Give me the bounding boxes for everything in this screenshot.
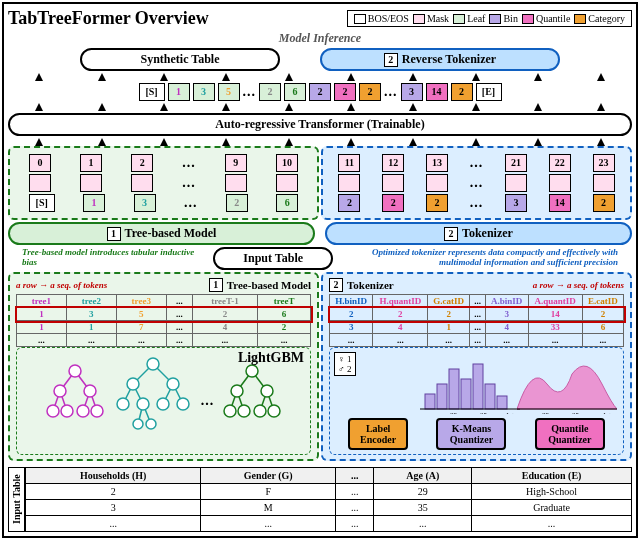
cat-token: 2	[359, 83, 381, 101]
bos-token: [S]	[29, 194, 55, 212]
quant-token: 2	[382, 194, 404, 212]
tree-model-pill: 1 Tree-based Model	[8, 222, 315, 245]
svg-rect-49	[497, 396, 507, 409]
cat-token: 2	[593, 194, 615, 212]
label-encoder-box: Label Encoder	[348, 418, 408, 450]
svg-point-6	[69, 365, 81, 377]
svg-rect-47	[473, 364, 483, 409]
svg-point-39	[224, 405, 236, 417]
leaf-token: 1	[83, 194, 105, 212]
pos-token: 11	[338, 154, 360, 172]
svg-rect-46	[461, 379, 471, 409]
gender-m: ♂ 2	[338, 364, 352, 374]
svg-point-7	[54, 385, 66, 397]
svg-point-29	[146, 419, 156, 429]
diagram-title: TabTreeFormer Overview	[8, 8, 209, 29]
bin-token: 3	[505, 194, 527, 212]
svg-point-25	[137, 398, 149, 410]
legend: BOS/EOS Mask Leaf Bin Quantile Category	[347, 10, 632, 28]
reverse-tokenizer-label: Reverse Tokenizer	[402, 52, 496, 67]
pos-token: 23	[593, 154, 615, 172]
cat-token: 2	[451, 83, 473, 101]
row-caption: a row → a seq. of tokens	[533, 280, 624, 290]
num-2-box: 2	[384, 53, 398, 67]
model-inference-label: Model Inference	[279, 31, 361, 46]
svg-point-12	[91, 405, 103, 417]
ellipsis: ...	[470, 195, 484, 211]
ellipsis: ...	[182, 175, 196, 191]
pos-token: 0	[29, 154, 51, 172]
svg-point-26	[157, 398, 169, 410]
svg-rect-44	[437, 384, 447, 409]
ellipsis: ...	[470, 155, 484, 171]
ellipsis: ...	[470, 175, 484, 191]
tokenizer-detail-block: 2 Tokenizer a row → a seq. of tokens H.b…	[321, 272, 632, 461]
tokenizer-label: Tokenizer	[462, 226, 513, 241]
ellipsis: ...	[184, 195, 198, 211]
pos-token: 1	[80, 154, 102, 172]
eos-token: [E]	[476, 83, 502, 101]
mask-token	[593, 174, 615, 192]
quant-token: 14	[549, 194, 571, 212]
pos-token: 12	[382, 154, 404, 172]
tree-output-table: tree1 tree2 tree3 ... treeT-1 treeT 1 3 …	[16, 294, 311, 347]
quant-token: 14	[426, 83, 448, 101]
tree-detail-block: a row → a seq. of tokens 1 Tree-based Mo…	[8, 272, 319, 461]
svg-point-24	[117, 398, 129, 410]
svg-point-42	[268, 405, 280, 417]
svg-rect-45	[449, 369, 459, 409]
svg-point-23	[167, 378, 179, 390]
leaf-token: 3	[193, 83, 215, 101]
bin-token: 2	[338, 194, 360, 212]
mask-token	[131, 174, 153, 192]
svg-text:35: 35	[480, 411, 488, 414]
mask-token	[276, 174, 298, 192]
tree-caption: Tree-based model introduces tabular indu…	[22, 247, 209, 267]
input-table: Households (H) Gender (G) ... Age (A) Ed…	[25, 467, 632, 532]
svg-text:Age: Age	[505, 411, 517, 414]
svg-point-27	[177, 398, 189, 410]
mask-token	[382, 174, 404, 192]
num-2-box: 2	[329, 278, 343, 292]
pos-token: 10	[276, 154, 298, 172]
transformer-pill: Auto-regressive Transformer (Trainable)	[8, 113, 632, 136]
mask-token	[29, 174, 51, 192]
leaf-token: 6	[276, 194, 298, 212]
density-icon: 29 35 Age	[517, 354, 617, 414]
leaf-token: 3	[134, 194, 156, 212]
tokenizer-input-block: 11 12 13 ... 21 22 23 ... 2 2 2	[321, 146, 632, 220]
bin-token: 2	[309, 83, 331, 101]
lightgbm-label: LightGBM	[238, 350, 304, 366]
lightgbm-area: LightGBM	[16, 347, 311, 455]
mask-token	[338, 174, 360, 192]
svg-text:35: 35	[572, 411, 580, 414]
legend-leaf: Leaf	[467, 13, 485, 24]
tokenizer-output-table: H.binID H.quantID G.catID ... A.binID A.…	[329, 294, 624, 347]
tokenizer-section-title: Tokenizer	[347, 279, 394, 291]
svg-point-38	[261, 385, 273, 397]
tree-icon	[113, 356, 193, 446]
tree-section-title: Tree-based Model	[227, 279, 311, 291]
pos-token: 13	[426, 154, 448, 172]
tokenizer-caption: Optimized tokenizer represents data comp…	[337, 247, 618, 267]
pos-token: 22	[549, 154, 571, 172]
input-table-pill: Input Table	[213, 247, 333, 270]
svg-point-36	[246, 365, 258, 377]
mask-token	[426, 174, 448, 192]
svg-point-11	[77, 405, 89, 417]
pos-token: 2	[131, 154, 153, 172]
leaf-token: 1	[168, 83, 190, 101]
svg-point-8	[84, 385, 96, 397]
gender-f: ♀ 1	[338, 354, 352, 364]
tree-icon	[45, 361, 105, 441]
quantile-quantizer-box: Quantile Quantizer	[535, 418, 605, 450]
reverse-tokenizer-pill: 2 Reverse Tokenizer	[320, 48, 560, 71]
svg-point-28	[133, 419, 143, 429]
svg-point-41	[254, 405, 266, 417]
mask-token	[549, 174, 571, 192]
bin-token: 3	[401, 83, 423, 101]
ellipsis: ...	[182, 155, 196, 171]
histogram-icon: 29 35 Age	[420, 354, 520, 414]
input-table-block: Input Table Households (H) Gender (G) ..…	[8, 467, 632, 532]
kmeans-quantizer-box: K-Means Quantizer	[436, 418, 506, 450]
